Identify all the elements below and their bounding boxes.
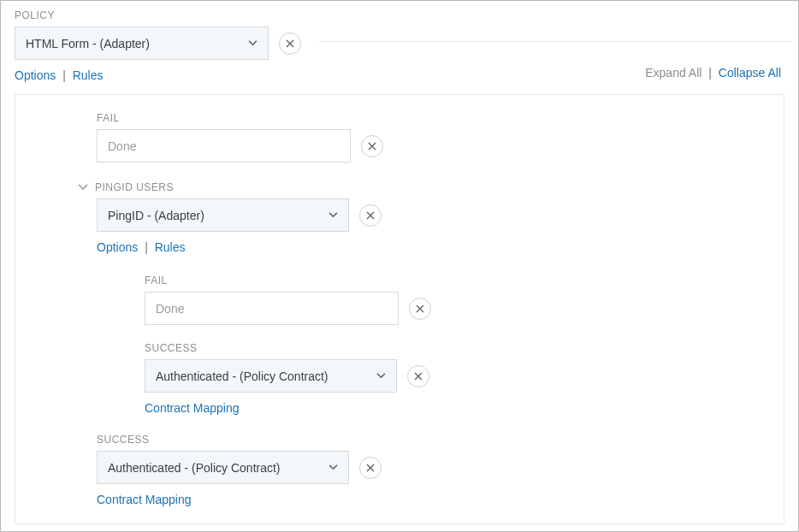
expand-all-link[interactable]: Expand All [645,66,701,80]
controls-separator: | [708,66,712,80]
pingid-label: PINGID USERS [95,181,174,193]
contract-mapping-link[interactable]: Contract Mapping [145,401,240,415]
fail-branch-1: FAIL Done [97,112,766,163]
success-dropdown[interactable]: Authenticated - (Policy Contract) [97,451,349,484]
pingid-success-branch: SUCCESS Authenticated - (Policy Contract… [145,342,766,415]
rules-link[interactable]: Rules [73,68,104,82]
pingid-adapter-dropdown[interactable]: PingID - (Adapter) [97,198,349,232]
remove-policy-adapter-button[interactable] [279,33,301,55]
policy-tree-panel: FAIL Done PINGID USERS PingID - (Adapter… [15,94,784,524]
collapse-all-link[interactable]: Collapse All [719,66,781,80]
remove-fail-button[interactable] [361,135,383,157]
policy-adapter-dropdown[interactable]: HTML Form - (Adapter) [15,27,269,60]
success-branch-2: SUCCESS Authenticated - (Policy Contract… [97,434,766,506]
contract-mapping-link-2[interactable]: Contract Mapping [97,493,192,506]
fail-label: FAIL [97,112,766,124]
pingid-rules-link[interactable]: Rules [155,240,186,254]
pingid-fail-value-field[interactable]: Done [145,292,399,325]
link-separator: | [145,240,148,254]
link-separator: | [62,68,66,82]
chevron-down-icon [328,464,338,470]
policy-adapter-value: HTML Form - (Adapter) [26,37,150,50]
chevron-down-icon [248,40,257,46]
success-value: Authenticated - (Policy Contract) [108,461,281,475]
fail-value-field[interactable]: Done [97,129,351,163]
pingid-fail-value: Done [156,302,184,316]
pingid-options-link[interactable]: Options [97,240,138,254]
policy-section-label: POLICY [15,9,784,21]
expand-caret-icon[interactable] [78,184,88,191]
remove-pingid-button[interactable] [359,204,382,227]
success-label: SUCCESS [97,434,766,446]
expand-collapse-controls: Expand All | Collapse All [645,66,781,80]
fail-value: Done [108,139,136,153]
remove-success-button[interactable] [359,457,382,479]
options-link[interactable]: Options [15,68,56,82]
pingid-success-label: SUCCESS [145,342,766,354]
chevron-down-icon [376,373,386,379]
pingid-success-value: Authenticated - (Policy Contract) [156,369,328,383]
pingid-branch: PINGID USERS PingID - (Adapter) Options … [97,181,766,415]
pingid-success-dropdown[interactable]: Authenticated - (Policy Contract) [145,359,397,393]
remove-pingid-success-button[interactable] [407,365,429,387]
pingid-adapter-value: PingID - (Adapter) [108,209,204,222]
chevron-down-icon [328,212,338,218]
divider-line [318,41,791,42]
policy-editor-panel: POLICY HTML Form - (Adapter) Options | R… [0,0,799,532]
remove-pingid-fail-button[interactable] [409,298,431,320]
pingid-fail-label: FAIL [145,275,766,287]
pingid-fail-branch: FAIL Done [145,275,766,325]
